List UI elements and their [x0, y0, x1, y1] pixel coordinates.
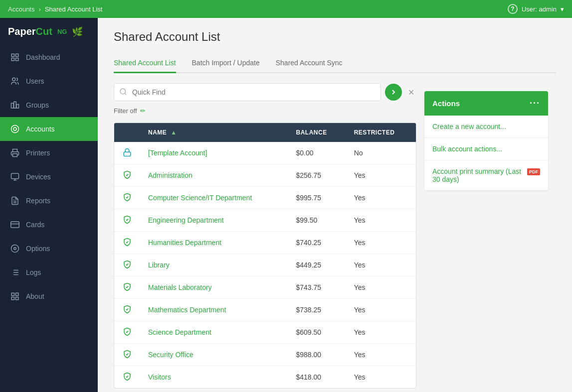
table-row: Visitors$418.00Yes — [114, 366, 416, 389]
users-icon — [10, 76, 20, 86]
sidebar-item-accounts[interactable]: Accounts — [0, 117, 98, 141]
table-row: [Template Account]$0.00No — [114, 142, 416, 164]
sidebar-item-accounts-label: Accounts — [26, 125, 55, 133]
sidebar-item-users[interactable]: Users — [0, 69, 98, 93]
row-name-cell: Administration — [140, 164, 288, 187]
search-input[interactable] — [114, 84, 381, 101]
reports-icon — [10, 196, 20, 206]
row-icon-cell — [114, 164, 140, 187]
sidebar-item-cards[interactable]: Cards — [0, 213, 98, 237]
row-restricted-cell: Yes — [346, 209, 416, 232]
table-row: Science Department$609.50Yes — [114, 321, 416, 344]
sidebar-item-dashboard[interactable]: Dashboard — [0, 45, 98, 69]
row-name-cell: Library — [140, 254, 288, 276]
svg-rect-27 — [16, 297, 18, 300]
tab-shared-account-list[interactable]: Shared Account List — [114, 54, 176, 73]
filter-label: Filter off — [114, 107, 137, 115]
search-go-button[interactable] — [385, 84, 402, 101]
sidebar-item-cards-label: Cards — [26, 221, 44, 229]
shield-icon — [122, 215, 132, 225]
row-icon-cell — [114, 142, 140, 164]
svg-rect-0 — [11, 54, 14, 56]
logs-icon — [10, 267, 20, 277]
row-balance-cell: $738.25 — [288, 299, 346, 321]
row-balance-cell: $418.00 — [288, 366, 346, 389]
breadcrumb-current: Shared Account List — [45, 5, 103, 13]
col-icon — [114, 123, 140, 142]
row-balance-cell: $449.25 — [288, 254, 346, 276]
svg-rect-25 — [11, 293, 14, 295]
search-icon — [119, 88, 127, 97]
row-name-cell: [Template Account] — [140, 142, 288, 164]
account-name-link[interactable]: Visitors — [148, 373, 171, 381]
sidebar-item-reports[interactable]: Reports — [0, 189, 98, 213]
col-restricted[interactable]: RESTRICTED — [346, 123, 416, 142]
row-restricted-cell: Yes — [346, 164, 416, 187]
breadcrumb-parent[interactable]: Accounts — [8, 5, 34, 13]
account-name-link[interactable]: Engineering Department — [148, 216, 224, 224]
svg-line-30 — [125, 93, 126, 95]
filter-edit-icon[interactable]: ✏ — [140, 107, 146, 115]
svg-rect-2 — [16, 58, 18, 61]
help-icon[interactable]: ? — [508, 4, 518, 14]
row-balance-cell: $995.75 — [288, 187, 346, 209]
accounts-table: NAME ▲ BALANCE RESTRICTED [Template Acco… — [114, 123, 416, 388]
search-box — [114, 83, 381, 101]
col-balance[interactable]: BALANCE — [288, 123, 346, 142]
row-icon-cell — [114, 299, 140, 321]
account-name-link[interactable]: [Template Account] — [148, 149, 207, 157]
svg-rect-11 — [11, 173, 19, 179]
topbar: Accounts › Shared Account List ? User: a… — [0, 0, 572, 18]
account-name-link[interactable]: Humanities Department — [148, 239, 221, 247]
table-row: Administration$256.75Yes — [114, 164, 416, 187]
actions-print-summary-label: Account print summary (Last 30 days) — [432, 167, 523, 183]
sidebar-item-about[interactable]: About — [0, 284, 98, 308]
dashboard-icon — [10, 52, 20, 62]
actions-bulk-account[interactable]: Bulk account actions... — [424, 138, 548, 160]
account-name-link[interactable]: Materials Laboratory — [148, 283, 212, 291]
actions-create-account-label: Create a new account... — [432, 123, 506, 131]
actions-title: Actions — [432, 99, 460, 108]
svg-point-18 — [14, 248, 16, 250]
account-name-link[interactable]: Security Office — [148, 351, 193, 359]
sidebar-item-options[interactable]: Options — [0, 237, 98, 261]
svg-rect-1 — [16, 54, 18, 56]
account-name-link[interactable]: Library — [148, 261, 170, 269]
account-name-link[interactable]: Mathematics Department — [148, 306, 226, 314]
account-name-link[interactable]: Science Department — [148, 328, 211, 336]
account-name-link[interactable]: Computer Science/IT Department — [148, 194, 252, 202]
sidebar-item-reports-label: Reports — [26, 197, 50, 205]
user-menu[interactable]: ? User: admin ▾ — [508, 4, 564, 14]
row-name-cell: Visitors — [140, 366, 288, 389]
search-clear-button[interactable]: ✕ — [406, 86, 416, 99]
tab-shared-account-sync[interactable]: Shared Account Sync — [276, 54, 343, 73]
tab-batch-import[interactable]: Batch Import / Update — [192, 54, 260, 73]
table-row: Security Office$988.00Yes — [114, 344, 416, 366]
logo-text: PaperCut — [8, 26, 52, 37]
svg-point-29 — [120, 89, 126, 94]
sidebar-item-printers[interactable]: Printers — [0, 141, 98, 165]
options-icon — [10, 244, 20, 254]
sidebar-item-dashboard-label: Dashboard — [26, 53, 60, 61]
logo: PaperCut NG 🌿 — [0, 18, 98, 45]
row-restricted-cell: Yes — [346, 344, 416, 366]
sidebar-item-groups[interactable]: Groups — [0, 93, 98, 117]
actions-print-summary[interactable]: Account print summary (Last 30 days) PDF — [424, 160, 548, 190]
col-name[interactable]: NAME ▲ — [140, 123, 288, 142]
actions-create-account[interactable]: Create a new account... — [424, 116, 548, 138]
search-row: ✕ — [114, 83, 416, 101]
sidebar-item-devices[interactable]: Devices — [0, 165, 98, 189]
actions-menu-button[interactable]: ··· — [530, 98, 540, 109]
export-row: Export/Print PDF W E — [114, 389, 416, 392]
shield-icon — [122, 192, 132, 202]
sidebar-item-devices-label: Devices — [26, 173, 51, 181]
sidebar-item-options-label: Options — [26, 245, 50, 253]
sidebar-item-logs[interactable]: Logs — [0, 261, 98, 284]
row-restricted-cell: Yes — [346, 276, 416, 299]
table-row: Materials Laboratory$743.75Yes — [114, 276, 416, 299]
account-name-link[interactable]: Administration — [148, 171, 192, 179]
svg-point-8 — [11, 126, 19, 133]
row-restricted-cell: Yes — [346, 299, 416, 321]
shield-icon — [122, 260, 132, 269]
svg-rect-3 — [11, 58, 14, 61]
